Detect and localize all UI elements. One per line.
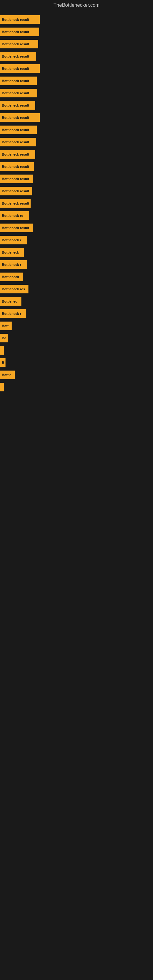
bar-label: Bottleneck result	[2, 30, 29, 34]
bar-row: Bottleneck result	[0, 124, 153, 136]
bottleneck-bar: Bottleneck result	[0, 175, 33, 183]
bottleneck-bar: B	[0, 358, 5, 367]
bar-row: Bottleneck	[0, 271, 153, 283]
bar-row: Bottleneck result	[0, 87, 153, 99]
bar-label: Bottleneck result	[2, 177, 29, 181]
bar-row: Bottleneck result	[0, 26, 153, 38]
bottleneck-bar: Bottle	[0, 371, 15, 379]
site-title: TheBottlenecker.com	[0, 0, 153, 10]
bottleneck-bar: Bottleneck result	[0, 150, 35, 159]
bars-container: Bottleneck resultBottleneck resultBottle…	[0, 10, 153, 396]
bar-row: Bottleneck result	[0, 222, 153, 234]
bar-label: Bottleneck result	[2, 18, 29, 21]
bottleneck-bar: Bottleneck r	[0, 236, 27, 244]
bar-row: B	[0, 356, 153, 369]
bottleneck-bar: Bottleneck result	[0, 113, 40, 122]
bar-label: Bottleneck	[2, 275, 19, 279]
bar-label: Bottlenec	[2, 299, 17, 303]
bar-row: Bottleneck r	[0, 234, 153, 246]
bottleneck-bar: Bottleneck result	[0, 101, 35, 110]
bottleneck-bar: Bottleneck res	[0, 285, 29, 293]
bar-label: Bottleneck result	[2, 202, 29, 205]
bar-label: Bott	[2, 324, 9, 328]
bar-row: Bottleneck result	[0, 111, 153, 124]
bottleneck-bar: Bottleneck result	[0, 27, 39, 36]
bar-label: Bottleneck result	[2, 140, 29, 144]
bottleneck-bar: Bottleneck result	[0, 126, 37, 134]
bottleneck-bar: Bottleneck r	[0, 260, 27, 269]
bottleneck-bar: Bottleneck result	[0, 76, 37, 85]
bar-row: Bottleneck result	[0, 75, 153, 87]
bar-label: Bottleneck r	[2, 238, 21, 242]
bar-row: Bottleneck result	[0, 62, 153, 75]
bottleneck-bar: Bottleneck	[0, 248, 24, 257]
bar-row: Bottleneck re	[0, 210, 153, 222]
bar-label: Bottleneck res	[2, 287, 25, 291]
bottleneck-bar: Bottleneck result	[0, 224, 33, 232]
bottleneck-bar: Bottleneck result	[0, 52, 36, 60]
bar-label: Bottleneck	[2, 250, 19, 254]
bar-row: Bottleneck r	[0, 307, 153, 320]
bar-label: Bo	[2, 336, 6, 340]
bottleneck-bar: Bottlenec	[0, 297, 21, 305]
bar-label: Bottleneck result	[2, 79, 29, 83]
bottleneck-bar: Bo	[0, 334, 8, 342]
bar-row: Bottleneck result	[0, 161, 153, 173]
bar-label: Bottleneck result	[2, 128, 29, 132]
bottleneck-bar: Bottleneck result	[0, 40, 38, 48]
bottleneck-bar: Bottleneck r	[0, 309, 26, 318]
bar-row	[0, 344, 153, 356]
bar-row: Bo	[0, 332, 153, 344]
bar-row: Bottleneck result	[0, 38, 153, 50]
bar-label: Bottleneck r	[2, 263, 21, 266]
bottleneck-bar: Bottleneck	[0, 272, 23, 281]
bar-row: Bottleneck result	[0, 197, 153, 210]
bar-row: Bottle	[0, 369, 153, 381]
bar-label: Bottleneck result	[2, 165, 29, 169]
bar-row: Bottleneck result	[0, 99, 153, 111]
bar-label: Bottleneck result	[2, 116, 29, 119]
bar-label: Bottleneck r	[2, 312, 21, 315]
bar-row: Bottleneck result	[0, 136, 153, 148]
bar-row: Bottleneck res	[0, 283, 153, 295]
bar-label: Bottleneck result	[2, 54, 29, 58]
bar-label: Bottleneck result	[2, 189, 29, 193]
bar-row	[0, 381, 153, 393]
bar-label: Bottle	[2, 373, 11, 377]
bar-row: Bottlenec	[0, 295, 153, 307]
bottleneck-bar: Bottleneck result	[0, 162, 33, 171]
bottleneck-bar: Bottleneck result	[0, 64, 40, 73]
bottleneck-bar: Bottleneck result	[0, 187, 32, 196]
bar-label: Bottleneck result	[2, 42, 29, 46]
bar-row: Bott	[0, 320, 153, 332]
bar-row: Bottleneck result	[0, 185, 153, 197]
bottleneck-bar: Bottleneck result	[0, 89, 37, 97]
bar-label: Bottleneck result	[2, 153, 29, 156]
bottleneck-bar: Bott	[0, 321, 12, 330]
bar-label: Bottleneck result	[2, 67, 29, 70]
bar-label: Bottleneck result	[2, 103, 29, 107]
bar-label: B	[2, 361, 4, 364]
bottleneck-bar	[0, 383, 4, 391]
bottleneck-bar: Bottleneck result	[0, 15, 40, 24]
bar-row: Bottleneck result	[0, 13, 153, 26]
bar-label: Bottleneck result	[2, 226, 29, 230]
bottleneck-bar: Bottleneck result	[0, 199, 30, 208]
bar-row: Bottleneck r	[0, 258, 153, 271]
bottleneck-bar: Bottleneck re	[0, 211, 29, 220]
bar-label: Bottleneck re	[2, 214, 23, 218]
bar-row: Bottleneck result	[0, 173, 153, 185]
bar-row: Bottleneck result	[0, 148, 153, 161]
bar-row: Bottleneck result	[0, 50, 153, 62]
bottleneck-bar	[0, 346, 4, 355]
bar-label: Bottleneck result	[2, 91, 29, 95]
bottleneck-bar: Bottleneck result	[0, 138, 36, 146]
bar-row: Bottleneck	[0, 246, 153, 258]
